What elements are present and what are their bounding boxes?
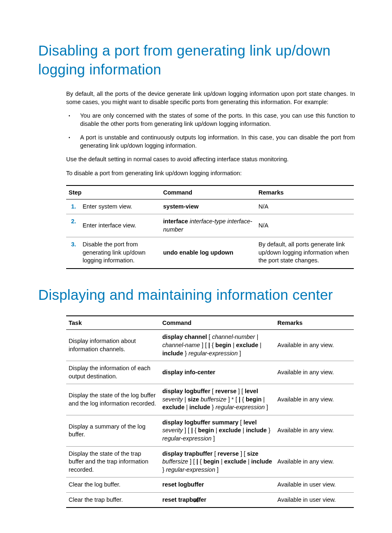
task-desc: Display the information of each output d… (66, 361, 160, 384)
task-remarks: Available in user view. (275, 477, 354, 493)
heading-display-maintain: Displaying and maintaining information c… (38, 285, 355, 304)
intro-paragraph: By default, all the ports of the device … (38, 90, 355, 106)
step-remarks: N/A (256, 214, 354, 237)
table-row: 1. Enter system view. system-view N/A (66, 199, 354, 214)
heading-disable-port: Disabling a port from generating link up… (38, 41, 355, 79)
step-desc: Enter interface view. (80, 214, 161, 237)
steps-table: Step Command Remarks 1. Enter system vie… (66, 185, 354, 269)
col-task: Task (66, 316, 160, 330)
note-paragraph: Use the default setting in normal cases … (38, 155, 355, 164)
step-desc: Disable the port from generating link up… (80, 237, 161, 269)
task-remarks: Available in any view. (275, 361, 354, 384)
table-row: Display the state of the trap buffer and… (66, 446, 354, 477)
tasks-table: Task Command Remarks Display information… (66, 315, 354, 508)
table-header: Step Command Remarks (66, 185, 354, 199)
task-remarks: Available in any view. (275, 446, 354, 477)
task-command: display channel [ channel-number | chann… (160, 330, 275, 361)
step-number: 2. (66, 214, 80, 237)
task-command: display logbuffer [ reverse ] [ level se… (160, 384, 275, 415)
bullet-list: You are only concerned with the states o… (38, 112, 355, 150)
step-command: interface interface-type interface-numbe… (161, 214, 256, 237)
document-page: Disabling a port from generating link up… (0, 0, 392, 533)
col-command: Command (161, 185, 256, 199)
table-row: Display the information of each output d… (66, 361, 354, 384)
task-desc: Display the state of the trap buffer and… (66, 446, 160, 477)
step-desc: Enter system view. (80, 199, 161, 214)
table-row: 2. Enter interface view. interface inter… (66, 214, 354, 237)
task-command: display info-center (160, 361, 275, 384)
step-number: 1. (66, 199, 80, 214)
table-header: Task Command Remarks (66, 316, 354, 330)
table-row: Display a summary of the log buffer. dis… (66, 415, 354, 446)
task-desc: Display the state of the log buffer and … (66, 384, 160, 415)
table-row: Display information about information ch… (66, 330, 354, 361)
col-step: Step (66, 185, 161, 199)
col-remarks: Remarks (275, 316, 354, 330)
col-remarks: Remarks (256, 185, 354, 199)
step-number: 3. (66, 237, 80, 269)
table-row: Display the state of the log buffer and … (66, 384, 354, 415)
step-remarks: N/A (256, 199, 354, 214)
page-number: 66 (0, 497, 392, 503)
step-command: system-view (161, 199, 256, 214)
task-command: reset logbuffer (160, 477, 275, 493)
task-command: display logbuffer summary [ level severi… (160, 415, 275, 446)
task-remarks: Available in any view. (275, 330, 354, 361)
task-remarks: Available in any view. (275, 415, 354, 446)
step-command: undo enable log updown (161, 237, 256, 269)
table-row: 3. Disable the port from generating link… (66, 237, 354, 269)
task-desc: Display information about information ch… (66, 330, 160, 361)
table-row: Clear the log buffer. reset logbuffer Av… (66, 477, 354, 493)
task-desc: Clear the log buffer. (66, 477, 160, 493)
lead-in-paragraph: To disable a port from generating link u… (38, 169, 355, 178)
task-remarks: Available in any view. (275, 384, 354, 415)
bullet-item: You are only concerned with the states o… (66, 112, 355, 128)
col-command: Command (160, 316, 275, 330)
task-command: display trapbuffer [ reverse ] [ size bu… (160, 446, 275, 477)
bullet-item: A port is unstable and continuously outp… (66, 134, 355, 150)
task-desc: Display a summary of the log buffer. (66, 415, 160, 446)
step-remarks: By default, all ports generate link up/d… (256, 237, 354, 269)
